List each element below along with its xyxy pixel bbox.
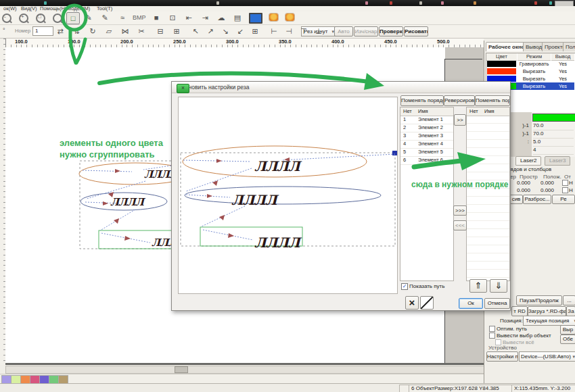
tab-laser3[interactable]: Laser3 bbox=[545, 156, 570, 166]
col-num: Нет bbox=[403, 107, 412, 116]
move-all-left-button[interactable]: <<< bbox=[453, 220, 467, 230]
device-dropdown[interactable]: Device---(USB:Авто) bbox=[519, 351, 575, 362]
obe-button-frag[interactable]: Обе bbox=[560, 335, 575, 344]
zoom-extent-icon[interactable] bbox=[53, 14, 62, 23]
za-button-frag[interactable]: За bbox=[566, 306, 575, 316]
menu-view[interactable]: Вид(V) bbox=[19, 6, 39, 11]
port-settings-button[interactable]: Настройки порта bbox=[486, 351, 518, 362]
rotate-icon[interactable]: ↻ bbox=[87, 26, 99, 36]
swap-icon[interactable]: × bbox=[405, 296, 419, 310]
layer-color-swatch[interactable] bbox=[487, 61, 516, 67]
grid-pos-value[interactable]: 0.000 bbox=[540, 187, 554, 193]
align-bottom-icon[interactable]: ⊥ bbox=[313, 26, 325, 36]
zoom-page-icon[interactable]: □ bbox=[36, 14, 45, 23]
output-selected-checkbox[interactable] bbox=[489, 333, 495, 339]
monitor-preview-icon[interactable] bbox=[249, 13, 262, 24]
menu-model[interactable]: Модел(M) bbox=[65, 6, 92, 11]
element-list-row[interactable]: 6Элемент 6 bbox=[400, 156, 453, 165]
ruler-tick-label: 400.0 bbox=[331, 39, 344, 45]
scrollbar-thumb[interactable] bbox=[175, 366, 188, 373]
layer-row[interactable]: ВырезатьYes bbox=[486, 68, 574, 75]
grid-section-title: рядов и столбцов bbox=[507, 166, 551, 172]
menu-tool[interactable]: Tool(T) bbox=[95, 6, 114, 11]
layer-color-swatch[interactable] bbox=[487, 68, 516, 74]
ok-button[interactable]: Ок bbox=[459, 298, 483, 309]
close-icon[interactable]: × bbox=[177, 84, 189, 93]
dialog-title-bar[interactable]: Установить настройки реза × bbox=[172, 82, 510, 93]
move-one-button[interactable]: >> bbox=[454, 114, 466, 126]
load-rd-button[interactable]: Загруз *.RD-файл bbox=[528, 306, 566, 316]
bmp-tool-icon[interactable]: BMP bbox=[133, 12, 145, 23]
ruler-tick-label: 200.0 bbox=[120, 39, 133, 45]
position-dropdown[interactable]: Текущая позиция bbox=[523, 316, 575, 326]
change-order-button-1[interactable]: Поменять порядок bbox=[400, 95, 444, 106]
panel-tab-4[interactable]: Польз bbox=[563, 42, 575, 51]
align-box2-icon[interactable]: ⊞ bbox=[170, 26, 183, 36]
optimize-path-checkbox[interactable] bbox=[489, 326, 495, 332]
move-up-button[interactable]: ⇑ bbox=[469, 279, 487, 293]
simulate-icon[interactable] bbox=[269, 14, 278, 21]
report-icon[interactable]: ▤ bbox=[231, 12, 244, 23]
group-icon[interactable]: ⇤ bbox=[183, 12, 195, 23]
check-button[interactable]: Проверка bbox=[379, 26, 403, 36]
menu-file[interactable]: ок(W) bbox=[1, 6, 19, 11]
auto-button[interactable]: Авто bbox=[334, 26, 353, 36]
grid-checkbox[interactable] bbox=[562, 180, 568, 186]
start-rd-button-frag[interactable]: т RD bbox=[511, 306, 528, 316]
node-edit-icon[interactable]: ⊡ bbox=[166, 12, 179, 23]
edit-node-pen-icon[interactable]: ✎ bbox=[83, 12, 95, 23]
move-all-right-button[interactable]: >>> bbox=[453, 205, 467, 216]
change-order-button-2[interactable]: Поменять порядок bbox=[475, 95, 510, 106]
diagonal-line-icon[interactable] bbox=[420, 296, 434, 310]
align-br-icon[interactable]: ↘ bbox=[219, 26, 231, 36]
align-tl-icon[interactable]: ↖ bbox=[189, 26, 202, 36]
layer-row[interactable]: ГравироватьYes bbox=[486, 60, 574, 68]
trim-icon[interactable]: ✂ bbox=[135, 26, 147, 36]
fill-tool-icon[interactable]: ■ bbox=[150, 12, 162, 23]
skew-icon[interactable]: ▱ bbox=[103, 26, 115, 36]
re-button-frag[interactable]: Ре bbox=[552, 195, 575, 204]
align-center-icon[interactable]: ⊞ bbox=[249, 26, 261, 36]
ordered-elements-list[interactable]: Нет Имя bbox=[466, 107, 510, 281]
horizontal-scrollbar[interactable] bbox=[5, 366, 485, 374]
zoom-out-icon[interactable]: - bbox=[2, 14, 12, 23]
ungroup-icon[interactable]: ⇥ bbox=[199, 12, 211, 23]
zoom-in-icon[interactable]: + bbox=[19, 14, 28, 23]
scatter-button[interactable]: Разброс... bbox=[523, 195, 551, 204]
show-path-checkbox[interactable]: ✓ bbox=[401, 283, 408, 290]
element-num: 3 bbox=[403, 132, 406, 140]
draw-button[interactable]: Рисовать bbox=[404, 26, 428, 36]
align-tr-icon[interactable]: ↗ bbox=[204, 26, 216, 36]
pause-continue-button[interactable]: Пауза/Продолж bbox=[516, 295, 562, 305]
nomer-input[interactable]: 1 bbox=[32, 26, 53, 36]
cancel-button[interactable]: Отмена bbox=[484, 298, 510, 309]
grid-pos-value[interactable]: 0.000 bbox=[540, 180, 554, 186]
panel-tab-1[interactable]: Рабочее окно bbox=[486, 42, 528, 51]
weld-icon[interactable]: ⋈ bbox=[119, 26, 131, 36]
array-button-frag[interactable]: сив bbox=[509, 195, 523, 204]
align-bl-icon[interactable]: ↙ bbox=[234, 26, 246, 36]
grid-checkbox[interactable] bbox=[562, 187, 568, 193]
cloud-output-icon[interactable]: ☁ bbox=[215, 12, 227, 23]
mirror-v-icon[interactable]: ⇅ bbox=[70, 26, 83, 36]
izch-snar-button[interactable]: Изч/снар bbox=[354, 26, 378, 36]
grid-space-value[interactable]: 0.000 bbox=[517, 187, 530, 193]
more-button[interactable]: ... bbox=[563, 295, 575, 305]
align-top-icon[interactable]: ⊤ bbox=[298, 26, 310, 36]
curve-tool-icon[interactable]: ≈ bbox=[116, 12, 129, 23]
param-value[interactable]: 4 bbox=[533, 146, 574, 155]
align-right-icon[interactable]: ⊣ bbox=[283, 26, 295, 36]
menu-help[interactable]: Помощь(H) bbox=[38, 6, 68, 11]
vyr-button-frag[interactable]: Выр bbox=[560, 325, 575, 335]
align-box1-icon[interactable]: ⊟ bbox=[154, 26, 166, 36]
draw-pen-tool-icon[interactable]: ✎ bbox=[99, 12, 111, 23]
reverse-button[interactable]: Реверсировать bbox=[444, 95, 475, 106]
mirror-h-icon[interactable]: ⇄ bbox=[54, 26, 66, 36]
simulate-fast-icon[interactable] bbox=[285, 14, 294, 21]
source-elements-list[interactable]: Нет Имя 1Элемент 12Элемент 23Элемент 34Э… bbox=[400, 107, 454, 281]
move-down-button[interactable]: ⇓ bbox=[490, 279, 507, 293]
grid-space-value[interactable]: 0.000 bbox=[517, 180, 530, 186]
tab-laser2[interactable]: Laser2 bbox=[515, 156, 541, 166]
rect-select-tool[interactable]: □ bbox=[66, 12, 80, 24]
align-left-icon[interactable]: ⊢ bbox=[268, 26, 280, 36]
